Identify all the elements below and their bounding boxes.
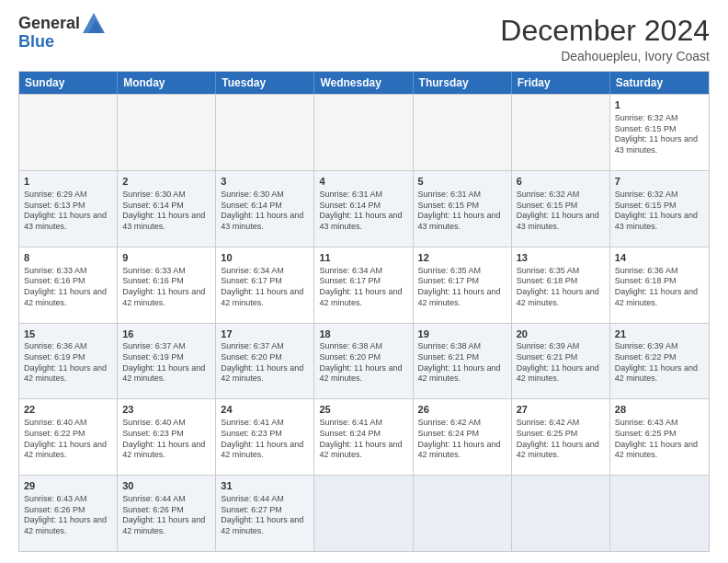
sunset-text: Sunset: 6:14 PM [221,201,282,210]
daylight-text: Daylight: 11 hours and 42 minutes. [319,440,402,460]
sunset-text: Sunset: 6:15 PM [517,201,578,210]
day-number: 5 [418,175,506,189]
sunset-text: Sunset: 6:23 PM [221,429,282,438]
sunrise-text: Sunrise: 6:33 AM [122,266,186,275]
sunset-text: Sunset: 6:17 PM [319,276,381,285]
daylight-text: Daylight: 11 hours and 42 minutes. [221,363,303,384]
day-cell-12: 12Sunrise: 6:35 AMSunset: 6:17 PMDayligh… [414,247,512,323]
daylight-text: Daylight: 11 hours and 43 minutes. [122,211,205,231]
day-number: 21 [615,327,704,341]
day-cell-27: 27Sunrise: 6:42 AMSunset: 6:25 PMDayligh… [512,399,610,475]
day-cell-29: 29Sunrise: 6:43 AMSunset: 6:26 PMDayligh… [19,476,118,551]
daylight-text: Daylight: 11 hours and 42 minutes. [615,363,698,384]
day-cell-1: 1Sunrise: 6:29 AMSunset: 6:13 PMDaylight… [19,171,118,247]
day-cell-25: 25Sunrise: 6:41 AMSunset: 6:24 PMDayligh… [314,399,413,475]
day-info: Sunrise: 6:35 AMSunset: 6:18 PMDaylight:… [517,266,605,309]
sunrise-text: Sunrise: 6:34 AM [319,266,382,275]
calendar-week-4: 15Sunrise: 6:36 AMSunset: 6:19 PMDayligh… [19,323,709,399]
sunrise-text: Sunrise: 6:33 AM [24,266,87,275]
daylight-text: Daylight: 11 hours and 43 minutes. [319,211,402,231]
daylight-text: Daylight: 11 hours and 42 minutes. [517,363,599,384]
sunset-text: Sunset: 6:17 PM [221,276,282,285]
sunrise-text: Sunrise: 6:40 AM [122,418,186,427]
day-number: 10 [221,251,309,265]
daylight-text: Daylight: 11 hours and 42 minutes. [24,363,107,384]
calendar-week-5: 22Sunrise: 6:40 AMSunset: 6:22 PMDayligh… [19,398,709,475]
day-number: 18 [319,327,407,341]
daylight-text: Daylight: 11 hours and 42 minutes. [24,515,107,535]
sunrise-text: Sunrise: 6:42 AM [418,418,482,427]
daylight-text: Daylight: 11 hours and 42 minutes. [24,287,107,307]
day-cell-9: 9Sunrise: 6:33 AMSunset: 6:16 PMDaylight… [118,247,216,323]
sunrise-text: Sunrise: 6:39 AM [517,341,580,350]
day-number: 29 [24,479,112,493]
day-info: Sunrise: 6:33 AMSunset: 6:16 PMDaylight:… [122,266,210,309]
day-cell-23: 23Sunrise: 6:40 AMSunset: 6:23 PMDayligh… [118,399,216,475]
day-number: 3 [221,175,309,189]
sunset-text: Sunset: 6:17 PM [418,276,480,285]
day-cell-26: 26Sunrise: 6:42 AMSunset: 6:24 PMDayligh… [414,399,512,475]
daylight-text: Daylight: 11 hours and 42 minutes. [221,287,303,307]
day-cell-13: 13Sunrise: 6:35 AMSunset: 6:18 PMDayligh… [512,247,610,323]
day-cell-6: 6Sunrise: 6:32 AMSunset: 6:15 PMDaylight… [512,171,610,247]
sunset-text: Sunset: 6:21 PM [418,352,480,362]
daylight-text: Daylight: 11 hours and 42 minutes. [517,440,599,460]
day-cell-14: 14Sunrise: 6:36 AMSunset: 6:18 PMDayligh… [610,247,709,323]
logo: General Blue [18,15,105,52]
logo-icon [83,13,105,33]
day-number: 25 [319,403,407,417]
day-cell-8: 8Sunrise: 6:33 AMSunset: 6:16 PMDaylight… [19,247,118,323]
empty-cell [512,95,610,170]
sunrise-text: Sunrise: 6:41 AM [221,418,284,427]
sunset-text: Sunset: 6:24 PM [418,429,480,438]
day-info: Sunrise: 6:44 AMSunset: 6:26 PMDaylight:… [122,494,210,537]
day-number: 28 [615,403,704,417]
day-info: Sunrise: 6:39 AMSunset: 6:21 PMDaylight:… [517,341,605,385]
calendar-header-row: Sunday Monday Tuesday Wednesday Thursday… [19,72,709,94]
header: General Blue December 2024 Deahouepleu, … [18,15,710,63]
day-cell-18: 18Sunrise: 6:38 AMSunset: 6:20 PMDayligh… [314,324,413,399]
day-info: Sunrise: 6:32 AMSunset: 6:15 PMDaylight:… [615,190,704,233]
sunrise-text: Sunrise: 6:37 AM [122,341,186,350]
day-info: Sunrise: 6:39 AMSunset: 6:22 PMDaylight:… [615,341,704,385]
day-info: Sunrise: 6:41 AMSunset: 6:23 PMDaylight:… [221,418,309,461]
sunset-text: Sunset: 6:16 PM [122,276,184,285]
daylight-text: Daylight: 11 hours and 42 minutes. [221,440,303,460]
empty-cell [610,476,709,551]
day-number: 24 [221,403,309,417]
day-info: Sunrise: 6:43 AMSunset: 6:26 PMDaylight:… [24,494,112,537]
daylight-text: Daylight: 11 hours and 43 minutes. [517,211,599,231]
sunrise-text: Sunrise: 6:31 AM [418,190,482,199]
day-number: 15 [24,327,112,341]
sunrise-text: Sunrise: 6:36 AM [615,266,678,275]
day-info: Sunrise: 6:44 AMSunset: 6:27 PMDaylight:… [221,494,309,537]
sunset-text: Sunset: 6:15 PM [615,124,677,133]
day-number: 9 [122,251,210,265]
sunset-text: Sunset: 6:26 PM [24,505,85,514]
day-info: Sunrise: 6:30 AMSunset: 6:14 PMDaylight:… [221,190,309,233]
day-cell-3: 3Sunrise: 6:30 AMSunset: 6:14 PMDaylight… [216,171,314,247]
daylight-text: Daylight: 11 hours and 43 minutes. [615,134,698,155]
day-number: 20 [517,327,605,341]
header-friday: Friday [512,72,610,94]
header-tuesday: Tuesday [216,72,314,94]
sunset-text: Sunset: 6:26 PM [122,505,184,514]
daylight-text: Daylight: 11 hours and 43 minutes. [24,211,107,231]
sunrise-text: Sunrise: 6:32 AM [615,113,678,122]
daylight-text: Daylight: 11 hours and 42 minutes. [319,363,402,384]
daylight-text: Daylight: 11 hours and 43 minutes. [221,211,303,231]
daylight-text: Daylight: 11 hours and 42 minutes. [418,440,501,460]
day-cell-22: 22Sunrise: 6:40 AMSunset: 6:22 PMDayligh… [19,399,118,475]
sunrise-text: Sunrise: 6:43 AM [615,418,678,427]
sunset-text: Sunset: 6:21 PM [517,352,578,362]
day-info: Sunrise: 6:37 AMSunset: 6:20 PMDaylight:… [221,341,309,385]
calendar-week-6: 29Sunrise: 6:43 AMSunset: 6:26 PMDayligh… [19,475,709,551]
day-cell-24: 24Sunrise: 6:41 AMSunset: 6:23 PMDayligh… [216,399,314,475]
day-number: 16 [122,327,210,341]
day-number: 23 [122,403,210,417]
daylight-text: Daylight: 11 hours and 42 minutes. [24,440,107,460]
sunrise-text: Sunrise: 6:32 AM [615,190,678,199]
day-cell-4: 4Sunrise: 6:31 AMSunset: 6:14 PMDaylight… [314,171,413,247]
empty-cell [314,95,413,170]
calendar: Sunday Monday Tuesday Wednesday Thursday… [18,71,710,552]
